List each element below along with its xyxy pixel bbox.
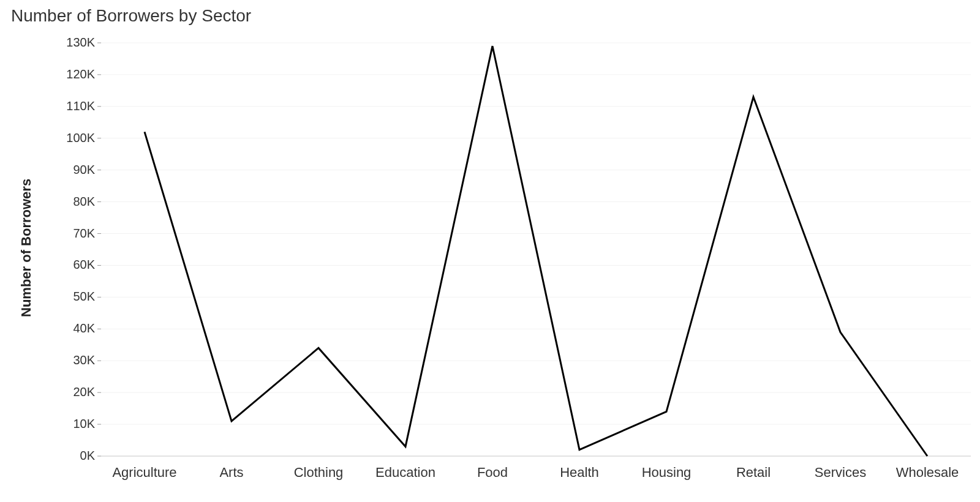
y-tick-label: 20K bbox=[52, 385, 95, 399]
x-tick-label: Food bbox=[477, 465, 508, 481]
y-tick-label: 60K bbox=[52, 258, 95, 272]
y-tick-label: 130K bbox=[52, 36, 95, 50]
chart-container: Number of Borrowers by Sector Number of … bbox=[0, 0, 980, 502]
y-tick-label: 50K bbox=[52, 290, 95, 304]
y-tick-label: 120K bbox=[52, 67, 95, 81]
y-tick-label: 70K bbox=[52, 227, 95, 241]
x-tick-label: Clothing bbox=[294, 465, 344, 481]
x-tick-label: Wholesale bbox=[896, 465, 959, 481]
y-tick-label: 80K bbox=[52, 195, 95, 209]
y-tick-label: 40K bbox=[52, 321, 95, 335]
x-tick-label: Education bbox=[375, 465, 435, 481]
data-line bbox=[145, 46, 927, 456]
y-tick-label: 10K bbox=[52, 417, 95, 431]
x-tick-label: Services bbox=[815, 465, 866, 481]
y-tick-label: 110K bbox=[52, 99, 95, 113]
x-tick-label: Housing bbox=[642, 465, 692, 481]
chart-plot bbox=[0, 0, 980, 502]
x-tick-label: Health bbox=[560, 465, 599, 481]
y-tick-label: 100K bbox=[52, 131, 95, 145]
y-tick-label: 30K bbox=[52, 353, 95, 367]
y-tick-label: 90K bbox=[52, 163, 95, 177]
x-tick-label: Retail bbox=[736, 465, 771, 481]
x-tick-label: Arts bbox=[219, 465, 243, 481]
x-tick-label: Agriculture bbox=[112, 465, 176, 481]
y-tick-label: 0K bbox=[52, 449, 95, 463]
